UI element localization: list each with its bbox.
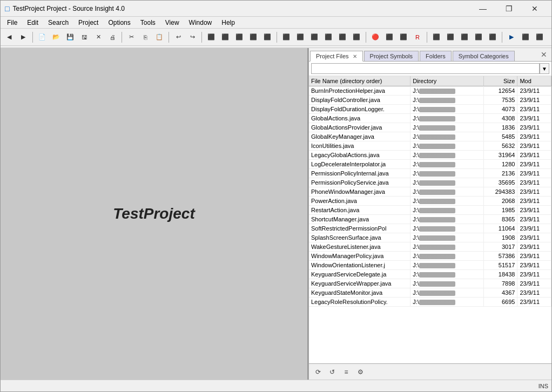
filter-input[interactable]	[311, 63, 540, 74]
cell-filename: GlobalActionsProvider.java	[309, 123, 410, 132]
save-button[interactable]: 💾	[64, 31, 77, 44]
table-row[interactable]: KeyguardServiceWrapper.javaJ:\■■■■■■■■■7…	[309, 279, 551, 288]
table-row[interactable]: SplashScreenSurface.javaJ:\■■■■■■■■■1908…	[309, 233, 551, 242]
tab-symbol-categories[interactable]: Symbol Categories	[453, 51, 515, 61]
forward-button[interactable]: ▶	[17, 31, 30, 44]
toolbar-btn8c[interactable]: ⬛	[458, 31, 471, 44]
tab-close-project-files[interactable]: ✕	[353, 53, 357, 59]
col-header-filename[interactable]: File Name (directory order)	[309, 76, 410, 86]
tab-folders[interactable]: Folders	[420, 51, 452, 61]
table-row[interactable]: BurnInProtectionHelper.javaJ:\■■■■■■■■■1…	[309, 86, 551, 96]
toolbar-btn5b[interactable]: ⬛	[219, 31, 232, 44]
paste-button[interactable]: 📋	[153, 31, 166, 44]
toolbar-btn7a[interactable]: 🔴	[369, 31, 382, 44]
table-row[interactable]: PhoneWindowManager.javaJ:\■■■■■■■■■29438…	[309, 187, 551, 197]
table-row[interactable]: IconUtilities.javaJ:\■■■■■■■■■563223/9/1…	[309, 141, 551, 151]
tab-project-symbols[interactable]: Project Symbols	[364, 51, 419, 61]
table-row[interactable]: SoftRestrictedPermissionPolJ:\■■■■■■■■■1…	[309, 224, 551, 233]
table-row[interactable]: WindowManagerPolicy.javaJ:\■■■■■■■■■5738…	[309, 252, 551, 261]
toolbar-btn8e[interactable]: ⬛	[486, 31, 499, 44]
toolbar-btn6d[interactable]: ⬛	[322, 31, 335, 44]
filter-dropdown[interactable]: ▼	[540, 63, 549, 74]
toolbar-btn6a[interactable]: ⬛	[280, 31, 293, 44]
list-button[interactable]: ≡	[340, 366, 352, 378]
toolbar-btn9c[interactable]: ⬛	[533, 31, 546, 44]
new-button[interactable]: 📄	[36, 31, 49, 44]
tab-project-files[interactable]: Project Files ✕	[310, 51, 363, 62]
toolbar-btn6e[interactable]: ⬛	[336, 31, 349, 44]
close-file-button[interactable]: ✕	[92, 31, 105, 44]
table-row[interactable]: GlobalActionsProvider.javaJ:\■■■■■■■■■18…	[309, 123, 551, 132]
cell-size: 18438	[483, 270, 517, 279]
table-row[interactable]: PermissionPolicyService.javaJ:\■■■■■■■■■…	[309, 178, 551, 187]
toolbar-btn8a[interactable]: ⬛	[430, 31, 443, 44]
cut-button[interactable]: ✂	[125, 31, 138, 44]
toolbar-btn5c[interactable]: ⬛	[233, 31, 246, 44]
redo-button[interactable]: ↪	[186, 31, 199, 44]
cell-directory: J:\■■■■■■■■■	[410, 279, 484, 288]
refresh-button[interactable]: ↺	[326, 366, 338, 378]
menu-item-file[interactable]: File	[3, 18, 22, 28]
table-row[interactable]: PowerAction.javaJ:\■■■■■■■■■206823/9/11	[309, 197, 551, 206]
file-table[interactable]: File Name (directory order) Directory Si…	[309, 76, 551, 363]
cell-mod: 23/9/11	[517, 279, 551, 288]
table-row[interactable]: LegacyRoleResolutionPolicy.J:\■■■■■■■■■6…	[309, 298, 551, 307]
menu-item-options[interactable]: Options	[104, 18, 134, 28]
table-row[interactable]: LegacyGlobalActions.javaJ:\■■■■■■■■■3196…	[309, 151, 551, 160]
cell-mod: 23/9/11	[517, 169, 551, 178]
table-row[interactable]: DisplayFoldController.javaJ:\■■■■■■■■■75…	[309, 96, 551, 105]
table-row[interactable]: RestartAction.javaJ:\■■■■■■■■■198523/9/1…	[309, 206, 551, 215]
toolbar-btn9a[interactable]: ▶	[505, 31, 518, 44]
menu-item-search[interactable]: Search	[44, 18, 73, 28]
close-button[interactable]: ✕	[522, 1, 547, 17]
save-all-button[interactable]: 🖫	[78, 31, 91, 44]
table-row[interactable]: GlobalKeyManager.javaJ:\■■■■■■■■■548523/…	[309, 132, 551, 141]
cell-size: 1836	[483, 123, 517, 132]
menu-item-window[interactable]: Window	[185, 18, 217, 28]
cell-size: 35695	[483, 178, 517, 187]
table-row[interactable]: DisplayFoldDurationLogger.J:\■■■■■■■■■40…	[309, 105, 551, 114]
cell-directory: J:\■■■■■■■■■	[410, 270, 484, 279]
toolbar-btn5e[interactable]: ⬛	[261, 31, 274, 44]
menu-item-help[interactable]: Help	[217, 18, 239, 28]
table-row[interactable]: LogDecelerateInterpolator.jaJ:\■■■■■■■■■…	[309, 160, 551, 169]
menu-item-project[interactable]: Project	[74, 18, 103, 28]
table-row[interactable]: GlobalActions.javaJ:\■■■■■■■■■430823/9/1…	[309, 114, 551, 123]
open-button[interactable]: 📂	[50, 31, 63, 44]
table-row[interactable]: PermissionPolicyInternal.javaJ:\■■■■■■■■…	[309, 169, 551, 178]
table-row[interactable]: KeyguardServiceDelegate.jaJ:\■■■■■■■■■18…	[309, 270, 551, 279]
toolbar-btn8b[interactable]: ⬛	[444, 31, 457, 44]
toolbar-btn5d[interactable]: ⬛	[247, 31, 260, 44]
toolbar-btn6c[interactable]: ⬛	[308, 31, 321, 44]
minimize-button[interactable]: —	[470, 1, 495, 17]
back-button[interactable]: ◀	[3, 31, 16, 44]
table-row[interactable]: WakeGestureListener.javaJ:\■■■■■■■■■3017…	[309, 242, 551, 252]
right-panel: Project Files ✕ Project Symbols Folders …	[308, 48, 551, 380]
table-row[interactable]: ShortcutManager.javaJ:\■■■■■■■■■836523/9…	[309, 215, 551, 224]
panel-close-button[interactable]: ✕	[538, 50, 549, 59]
menu-item-tools[interactable]: Tools	[136, 18, 160, 28]
col-header-size[interactable]: Size	[483, 76, 517, 86]
toolbar-btn7d[interactable]: R	[411, 31, 424, 44]
restore-button[interactable]: ❐	[496, 1, 521, 17]
toolbar-btn7b[interactable]: ⬛	[383, 31, 396, 44]
toolbar-btn8d[interactable]: ⬛	[472, 31, 485, 44]
toolbar-btn7c[interactable]: ⬛	[397, 31, 410, 44]
toolbar-btn6f[interactable]: ⬛	[350, 31, 363, 44]
copy-button[interactable]: ⎘	[139, 31, 152, 44]
toolbar-btn6b[interactable]: ⬛	[294, 31, 307, 44]
table-row[interactable]: WindowOrientationListener.jJ:\■■■■■■■■■5…	[309, 261, 551, 270]
undo-button[interactable]: ↩	[172, 31, 185, 44]
menu-item-view[interactable]: View	[161, 18, 184, 28]
window-title: TestProject Project - Source Insight 4.0	[12, 5, 124, 12]
col-header-directory[interactable]: Directory	[410, 76, 484, 86]
toolbar-btn9b[interactable]: ⬛	[519, 31, 532, 44]
cell-directory: J:\■■■■■■■■■	[410, 123, 484, 132]
toolbar-btn5a[interactable]: ⬛	[205, 31, 218, 44]
table-row[interactable]: KeyguardStateMonitor.javaJ:\■■■■■■■■■436…	[309, 288, 551, 298]
print-button[interactable]: 🖨	[106, 31, 119, 44]
menu-item-edit[interactable]: Edit	[23, 18, 43, 28]
settings-button[interactable]: ⚙	[354, 366, 366, 378]
col-header-mod[interactable]: Mod	[517, 76, 551, 86]
sync-button[interactable]: ⟳	[312, 366, 324, 378]
